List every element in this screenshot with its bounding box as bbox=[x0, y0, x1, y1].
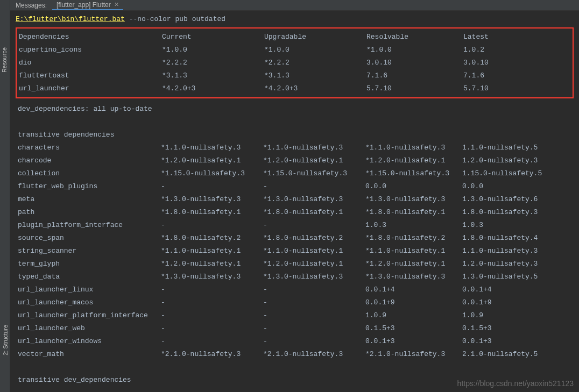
table-row: cupertino_icons*1.0.0*1.0.0*1.0.01.0.2 bbox=[17, 44, 573, 56]
cell-upgradable: *1.8.0-nullsafety.1 bbox=[263, 206, 365, 219]
cell-latest: 0.0.0 bbox=[462, 180, 559, 193]
cell-upgradable: - bbox=[263, 322, 365, 335]
cell-upgradable: *1.2.0-nullsafety.1 bbox=[263, 258, 365, 270]
cell-name: url_launcher bbox=[17, 82, 162, 95]
cell-current: - bbox=[161, 309, 263, 322]
cell-resolvable: *1.8.0-nullsafety.2 bbox=[365, 232, 462, 245]
cell-current: *1.15.0-nullsafety.3 bbox=[161, 167, 263, 180]
col-resolvable-header: Resolvable bbox=[366, 31, 463, 44]
table-row: flutter_web_plugins--0.0.00.0.0 bbox=[16, 180, 574, 193]
cell-latest: 1.8.0-nullsafety.3 bbox=[462, 206, 559, 219]
cell-resolvable: 0.0.0 bbox=[365, 180, 462, 193]
cell-latest: 1.0.9 bbox=[462, 309, 559, 322]
cell-upgradable: - bbox=[263, 309, 365, 322]
cell-resolvable: 3.0.10 bbox=[366, 56, 463, 69]
cell-current: - bbox=[161, 296, 263, 309]
cell-name: plugin_platform_interface bbox=[16, 219, 161, 232]
cell-name: url_launcher_platform_interface bbox=[16, 309, 161, 322]
cell-name: url_launcher_windows bbox=[16, 335, 161, 348]
console-output[interactable]: E:\flutter\bin\flutter.bat --no-color pu… bbox=[10, 11, 579, 392]
cell-current: *1.0.0 bbox=[162, 44, 264, 56]
cell-upgradable: *4.2.0+3 bbox=[264, 82, 366, 95]
cell-resolvable: *1.1.0-nullsafety.1 bbox=[365, 245, 462, 258]
cell-latest: 3.0.10 bbox=[463, 56, 560, 69]
cell-resolvable: *1.2.0-nullsafety.1 bbox=[365, 258, 462, 270]
cell-current: *2.1.0-nullsafety.3 bbox=[161, 348, 263, 361]
cell-name: cupertino_icons bbox=[17, 44, 162, 56]
cell-resolvable: *1.8.0-nullsafety.1 bbox=[365, 206, 462, 219]
structure-tab[interactable]: 2: Structure bbox=[1, 320, 10, 360]
messages-header: Messages: [flutter_app] Flutter ✕ bbox=[10, 0, 579, 11]
col-current-header: Current bbox=[162, 31, 264, 44]
cell-current: *1.3.0-nullsafety.3 bbox=[161, 193, 263, 206]
command-path: E:\flutter\bin\flutter.bat bbox=[16, 15, 125, 23]
cell-latest: 1.3.0-nullsafety.6 bbox=[462, 193, 559, 206]
cell-current: *1.1.0-nullsafety.1 bbox=[161, 245, 263, 258]
cell-latest: 1.2.0-nullsafety.3 bbox=[462, 258, 559, 270]
cell-latest: 1.8.0-nullsafety.4 bbox=[462, 232, 559, 245]
transitive-dev-header: transitive dev_dependencies bbox=[16, 374, 574, 387]
table-row: url_launcher*4.2.0+3*4.2.0+35.7.105.7.10 bbox=[17, 82, 573, 95]
table-row: meta*1.3.0-nullsafety.3*1.3.0-nullsafety… bbox=[16, 193, 574, 206]
table-row: dio*2.2.2*2.2.23.0.103.0.10 bbox=[17, 56, 573, 69]
cell-latest: 1.2.0-nullsafety.3 bbox=[462, 154, 559, 167]
cell-upgradable: *3.1.3 bbox=[264, 69, 366, 82]
cell-name: flutter_web_plugins bbox=[16, 180, 161, 193]
cell-upgradable: *1.0.0 bbox=[264, 44, 366, 56]
cell-current: - bbox=[161, 335, 263, 348]
table-row: source_span*1.8.0-nullsafety.2*1.8.0-nul… bbox=[16, 232, 574, 245]
messages-label: Messages: bbox=[10, 2, 52, 9]
cell-resolvable: *2.1.0-nullsafety.3 bbox=[365, 348, 462, 361]
cell-resolvable: 5.7.10 bbox=[366, 82, 463, 95]
col-name-header: Dependencies bbox=[17, 31, 162, 44]
cell-latest: 1.3.0-nullsafety.5 bbox=[462, 270, 559, 283]
cell-resolvable: 0.0.1+3 bbox=[365, 335, 462, 348]
cell-name: url_launcher_linux bbox=[16, 283, 161, 296]
cell-upgradable: *2.2.2 bbox=[264, 56, 366, 69]
cell-upgradable: *1.1.0-nullsafety.3 bbox=[263, 141, 365, 154]
table-row: charcode*1.2.0-nullsafety.1*1.2.0-nullsa… bbox=[16, 154, 574, 167]
table-row: vector_math*2.1.0-nullsafety.3*2.1.0-nul… bbox=[16, 348, 574, 361]
cell-name: collection bbox=[16, 167, 161, 180]
cell-latest: 1.1.0-nullsafety.5 bbox=[462, 141, 559, 154]
cell-resolvable: *1.0.0 bbox=[366, 44, 463, 56]
table-row: url_launcher_linux--0.0.1+40.0.1+4 bbox=[16, 283, 574, 296]
cell-current: *1.2.0-nullsafety.1 bbox=[161, 258, 263, 270]
cell-name: vector_math bbox=[16, 348, 161, 361]
cell-latest: 5.7.10 bbox=[463, 82, 560, 95]
cell-latest: 1.1.0-nullsafety.3 bbox=[462, 245, 559, 258]
cell-name: meta bbox=[16, 193, 161, 206]
cell-resolvable: 0.0.1+9 bbox=[365, 296, 462, 309]
cell-upgradable: *1.15.0-nullsafety.3 bbox=[263, 167, 365, 180]
cell-name: term_glyph bbox=[16, 258, 161, 270]
cell-current: *1.8.0-nullsafety.2 bbox=[161, 232, 263, 245]
cell-resolvable: *1.2.0-nullsafety.1 bbox=[365, 154, 462, 167]
table-row: plugin_platform_interface--1.0.31.0.3 bbox=[16, 219, 574, 232]
table-row: term_glyph*1.2.0-nullsafety.1*1.2.0-null… bbox=[16, 258, 574, 270]
cell-name: characters bbox=[16, 141, 161, 154]
close-icon[interactable]: ✕ bbox=[114, 1, 119, 8]
table-row: characters*1.1.0-nullsafety.3*1.1.0-null… bbox=[16, 141, 574, 154]
cell-upgradable: - bbox=[263, 296, 365, 309]
transitive-header: transitive dependencies bbox=[16, 129, 574, 141]
cell-name: string_scanner bbox=[16, 245, 161, 258]
cell-latest: 0.0.1+9 bbox=[462, 296, 559, 309]
cell-latest: 1.0.2 bbox=[463, 44, 560, 56]
cell-latest: 0.0.1+3 bbox=[462, 335, 559, 348]
cell-upgradable: - bbox=[263, 335, 365, 348]
cell-current: *4.2.0+3 bbox=[162, 82, 264, 95]
cell-name: fluttertoast bbox=[17, 69, 162, 82]
table-row: url_launcher_windows--0.0.1+30.0.1+3 bbox=[16, 335, 574, 348]
cell-current: - bbox=[161, 180, 263, 193]
flutter-app-tab[interactable]: [flutter_app] Flutter ✕ bbox=[52, 0, 123, 10]
cell-upgradable: *1.3.0-nullsafety.3 bbox=[263, 193, 365, 206]
col-upgradable-header: Upgradable bbox=[264, 31, 366, 44]
cell-latest: 7.1.6 bbox=[463, 69, 560, 82]
dependencies-highlight-box: Dependencies Current Upgradable Resolvab… bbox=[16, 27, 574, 98]
resource-tab[interactable]: Resource bbox=[0, 43, 10, 77]
cell-resolvable: 1.0.9 bbox=[365, 309, 462, 322]
cell-latest: 2.1.0-nullsafety.5 bbox=[462, 348, 559, 361]
cell-current: - bbox=[161, 283, 263, 296]
cell-latest: 1.0.3 bbox=[462, 219, 559, 232]
cell-upgradable: - bbox=[263, 283, 365, 296]
